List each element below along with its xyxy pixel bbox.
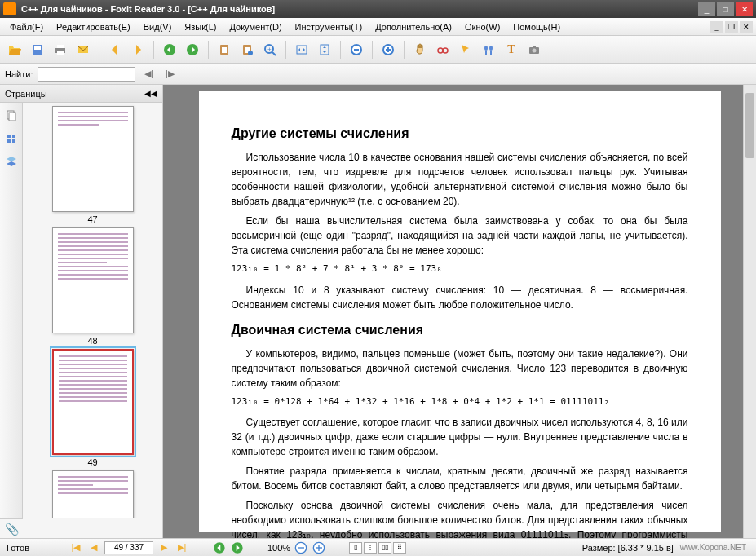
- menu-window[interactable]: Окно(W): [458, 20, 506, 33]
- window-title: C++ Для чайников - Foxit Reader 3.0 - [C…: [21, 4, 698, 14]
- paragraph: Использование числа 10 в качестве основа…: [232, 150, 688, 209]
- bookmarks-tab[interactable]: [3, 130, 20, 147]
- text-tool-button[interactable]: T: [502, 40, 521, 60]
- first-page-button[interactable]: |◀: [69, 541, 83, 554]
- hand-tool-button[interactable]: [410, 40, 430, 60]
- menu-tools[interactable]: Инструменты(T): [289, 20, 369, 33]
- find-next-button[interactable]: |▶: [161, 67, 178, 82]
- svg-rect-1: [34, 46, 41, 50]
- sidebar-title: Страницы: [5, 89, 47, 99]
- fit-width-button[interactable]: [292, 40, 312, 60]
- find-prev-button[interactable]: ◀|: [140, 67, 157, 82]
- thumb-label: 47: [52, 214, 134, 224]
- sidebar: Страницы ◀◀ 47 48 49: [0, 85, 163, 538]
- heading-2: Двоичная система счисления: [232, 320, 688, 340]
- svg-line-14: [272, 52, 276, 55]
- svg-rect-32: [533, 46, 536, 47]
- paragraph: У компьютеров, видимо, пальцев поменьше …: [232, 346, 688, 391]
- back-button[interactable]: [160, 40, 179, 60]
- print-button[interactable]: [51, 40, 70, 60]
- scroll-thumb[interactable]: [745, 93, 754, 158]
- svg-rect-9: [222, 47, 227, 53]
- find-input[interactable]: [38, 67, 135, 82]
- inner-restore-button[interactable]: ❐: [725, 21, 738, 33]
- svg-point-23: [438, 48, 443, 53]
- separator: [404, 41, 405, 59]
- vertical-scrollbar[interactable]: [743, 85, 756, 538]
- menu-help[interactable]: Помощь(H): [506, 20, 567, 33]
- attachments-tab[interactable]: 📎: [0, 518, 23, 538]
- separator: [285, 41, 286, 59]
- thumbnail-49[interactable]: 49: [52, 349, 134, 467]
- clipboard-region-button[interactable]: [237, 40, 257, 60]
- svg-rect-4: [57, 51, 64, 55]
- svg-rect-36: [12, 135, 15, 138]
- thumbnail-47[interactable]: 47: [52, 106, 134, 224]
- zoom-plus-button[interactable]: [378, 40, 398, 60]
- svg-rect-17: [321, 45, 329, 55]
- thumbnail-48[interactable]: 48: [52, 227, 134, 346]
- sidebar-header: Страницы ◀◀: [0, 85, 162, 103]
- menu-advanced[interactable]: Дополнительно(A): [369, 20, 458, 33]
- forward-button[interactable]: [183, 40, 202, 60]
- prev-page-button-status[interactable]: ◀: [86, 541, 101, 554]
- save-button[interactable]: [28, 40, 47, 60]
- find-label: Найти:: [5, 69, 33, 79]
- document-viewport[interactable]: Другие системы счисления Использование ч…: [163, 85, 756, 538]
- menu-view[interactable]: Вид(V): [137, 20, 179, 33]
- menu-edit[interactable]: Редактировать(E): [50, 20, 137, 33]
- clipboard-button[interactable]: [214, 40, 234, 60]
- thumb-label: 49: [52, 457, 134, 467]
- maximize-button[interactable]: □: [717, 2, 734, 16]
- continuous-facing-view[interactable]: ⠿: [393, 542, 406, 554]
- find-button[interactable]: [479, 40, 498, 60]
- menubar: Файл(F) Редактировать(E) Вид(V) Язык(L) …: [0, 18, 756, 36]
- collapse-sidebar-button[interactable]: ◀◀: [144, 89, 157, 98]
- zoom-out-status[interactable]: [294, 541, 308, 554]
- svg-rect-35: [7, 135, 11, 138]
- snapshot-button[interactable]: [524, 40, 544, 60]
- status-ready: Готов: [7, 543, 29, 553]
- svg-point-12: [248, 51, 253, 55]
- svg-rect-37: [7, 139, 11, 143]
- nav-back-button[interactable]: [212, 541, 227, 554]
- email-button[interactable]: [73, 40, 93, 60]
- next-page-button-status[interactable]: ▶: [157, 541, 171, 554]
- svg-rect-16: [297, 46, 307, 54]
- facing-view[interactable]: ▯▯: [378, 542, 391, 554]
- thumb-label: 48: [52, 336, 134, 346]
- fit-page-button[interactable]: [315, 40, 334, 60]
- menu-file[interactable]: Файл(F): [3, 20, 50, 33]
- single-page-view[interactable]: ▯: [349, 542, 362, 554]
- open-button[interactable]: [5, 40, 24, 60]
- minimize-button[interactable]: _: [698, 2, 715, 16]
- zoom-in-button[interactable]: +: [260, 40, 280, 60]
- zoom-out-button[interactable]: [347, 40, 366, 60]
- heading-1: Другие системы счисления: [232, 124, 688, 143]
- menu-language[interactable]: Язык(L): [178, 20, 223, 33]
- next-page-button[interactable]: [128, 40, 148, 60]
- separator: [340, 41, 341, 59]
- svg-rect-34: [9, 113, 15, 121]
- layers-tab[interactable]: [3, 153, 20, 170]
- pages-tab[interactable]: [3, 108, 20, 124]
- menu-document[interactable]: Документ(D): [223, 20, 288, 33]
- continuous-view[interactable]: ⋮: [364, 542, 377, 554]
- inner-close-button[interactable]: ✕: [740, 21, 753, 33]
- paragraph: Если бы наша вычислительная система была…: [232, 214, 688, 258]
- prev-page-button[interactable]: [105, 40, 125, 60]
- select-tool-button[interactable]: [456, 40, 475, 60]
- thumbnail-50[interactable]: 50: [52, 470, 134, 518]
- close-button[interactable]: ✕: [736, 2, 753, 16]
- svg-rect-38: [12, 139, 15, 143]
- glasses-button[interactable]: [433, 40, 453, 60]
- page-number-input[interactable]: [104, 541, 153, 554]
- zoom-in-status[interactable]: [312, 541, 326, 554]
- svg-point-24: [443, 48, 448, 53]
- inner-minimize-button[interactable]: _: [710, 21, 723, 33]
- thumbnails-panel[interactable]: 47 48 49 50: [23, 103, 162, 518]
- statusbar: Готов |◀ ◀ ▶ ▶| 100% ▯ ⋮ ▯▯ ⠿ Размер: [6…: [0, 538, 756, 556]
- last-page-button-status[interactable]: ▶|: [175, 541, 189, 554]
- page-content: Другие системы счисления Использование ч…: [199, 91, 721, 532]
- nav-forward-button[interactable]: [230, 541, 245, 554]
